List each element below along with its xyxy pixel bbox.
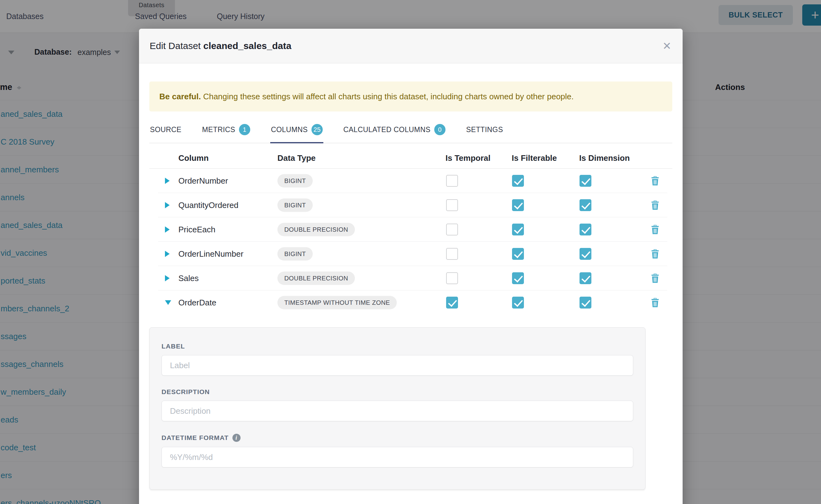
data-type-pill: DOUBLE PRECISION <box>277 223 355 236</box>
modal-tabs: SOURCE METRICS1 COLUMNS25 CALCULATED COL… <box>149 118 672 143</box>
is-dimension-checkbox[interactable] <box>580 297 591 309</box>
calculated-columns-count-badge: 0 <box>434 124 446 135</box>
label-input[interactable] <box>161 355 633 376</box>
close-icon[interactable]: ✕ <box>663 41 672 51</box>
edit-dataset-modal: Edit Dataset cleaned_sales_data ✕ Be car… <box>139 29 683 504</box>
tab-settings[interactable]: SETTINGS <box>466 118 504 143</box>
trash-icon[interactable] <box>651 273 660 283</box>
trash-icon[interactable] <box>651 249 660 259</box>
column-row: QuantityOrderedBIGINT <box>149 193 672 217</box>
header-data-type: Data Type <box>277 153 315 163</box>
column-row: OrderNumberBIGINT <box>149 169 672 193</box>
is-temporal-checkbox[interactable] <box>446 224 458 235</box>
data-type-pill: BIGINT <box>277 199 313 212</box>
tab-calculated-columns[interactable]: CALCULATED COLUMNS0 <box>343 118 446 143</box>
column-row: OrderLineNumberBIGINT <box>149 242 672 266</box>
is-filterable-checkbox[interactable] <box>512 175 524 187</box>
datetime-format-input[interactable] <box>161 447 633 467</box>
is-filterable-checkbox[interactable] <box>512 248 524 260</box>
warning-text: Changing these settings will affect all … <box>201 92 574 101</box>
header-is-temporal: Is Temporal <box>446 153 491 163</box>
is-filterable-checkbox[interactable] <box>512 272 524 284</box>
tab-columns[interactable]: COLUMNS25 <box>270 118 323 143</box>
trash-icon[interactable] <box>651 176 660 186</box>
label-field-label: LABEL <box>161 343 633 350</box>
is-dimension-checkbox[interactable] <box>580 175 591 187</box>
is-filterable-checkbox[interactable] <box>512 199 524 211</box>
trash-icon[interactable] <box>651 298 660 308</box>
column-name: Sales <box>178 274 199 283</box>
column-name: QuantityOrdered <box>178 200 238 210</box>
column-name: OrderLineNumber <box>178 249 243 259</box>
is-temporal-checkbox[interactable] <box>446 199 458 211</box>
chevron-down-icon[interactable] <box>165 300 171 305</box>
is-filterable-checkbox[interactable] <box>512 297 524 309</box>
modal-header: Edit Dataset cleaned_sales_data ✕ <box>139 29 683 63</box>
description-field-group: DESCRIPTION <box>161 388 633 421</box>
is-dimension-checkbox[interactable] <box>580 199 591 211</box>
label-field-group: LABEL <box>161 343 633 376</box>
datetime-format-field-group: DATETIME FORMATi <box>161 434 633 467</box>
column-name: OrderDate <box>178 298 216 308</box>
column-row: SalesDOUBLE PRECISION <box>149 266 672 290</box>
header-column: Column <box>178 153 209 163</box>
columns-table-header: Column Data Type Is Temporal Is Filterab… <box>149 149 672 169</box>
modal-title: Edit Dataset cleaned_sales_data <box>150 41 291 51</box>
is-dimension-checkbox[interactable] <box>580 224 591 235</box>
is-temporal-checkbox[interactable] <box>446 248 458 260</box>
column-editor-panel: LABEL DESCRIPTION DATETIME FORMATi <box>149 327 645 490</box>
trash-icon[interactable] <box>651 200 660 210</box>
is-dimension-checkbox[interactable] <box>580 272 591 284</box>
modal-body: Be careful. Changing these settings will… <box>139 82 683 490</box>
chevron-right-icon[interactable] <box>165 251 170 257</box>
trash-icon[interactable] <box>651 225 660 235</box>
data-type-pill: BIGINT <box>277 174 313 188</box>
data-type-pill: TIMESTAMP WITHOUT TIME ZONE <box>277 296 397 309</box>
dataset-name: cleaned_sales_data <box>203 41 291 51</box>
is-temporal-checkbox[interactable] <box>446 297 458 309</box>
metrics-count-badge: 1 <box>239 124 250 135</box>
columns-table-rows: OrderNumberBIGINTQuantityOrderedBIGINTPr… <box>149 169 672 315</box>
chevron-right-icon[interactable] <box>165 178 170 184</box>
warning-banner: Be careful. Changing these settings will… <box>149 82 672 111</box>
is-dimension-checkbox[interactable] <box>580 248 591 260</box>
datetime-format-label: DATETIME FORMATi <box>161 434 633 442</box>
header-is-filterable: Is Filterable <box>512 153 557 163</box>
data-type-pill: BIGINT <box>277 247 313 261</box>
is-filterable-checkbox[interactable] <box>512 224 524 235</box>
header-is-dimension: Is Dimension <box>579 153 630 163</box>
is-temporal-checkbox[interactable] <box>446 175 458 187</box>
description-input[interactable] <box>161 401 633 421</box>
column-name: OrderNumber <box>178 176 228 186</box>
tab-source[interactable]: SOURCE <box>149 118 182 143</box>
is-temporal-checkbox[interactable] <box>446 272 458 284</box>
description-field-label: DESCRIPTION <box>161 388 633 396</box>
page: Databases Datasets Saved Queries Query H… <box>0 0 821 504</box>
column-row: OrderDateTIMESTAMP WITHOUT TIME ZONE <box>149 290 672 315</box>
column-name: PriceEach <box>178 225 215 235</box>
chevron-right-icon[interactable] <box>165 226 170 233</box>
columns-table: Column Data Type Is Temporal Is Filterab… <box>149 149 672 315</box>
data-type-pill: DOUBLE PRECISION <box>277 272 355 285</box>
chevron-right-icon[interactable] <box>165 202 170 208</box>
tab-metrics[interactable]: METRICS1 <box>201 118 251 143</box>
columns-count-badge: 25 <box>311 124 323 135</box>
chevron-right-icon[interactable] <box>165 275 170 281</box>
warning-bold: Be careful. <box>159 92 201 101</box>
column-row: PriceEachDOUBLE PRECISION <box>149 217 672 242</box>
info-icon[interactable]: i <box>232 434 240 442</box>
